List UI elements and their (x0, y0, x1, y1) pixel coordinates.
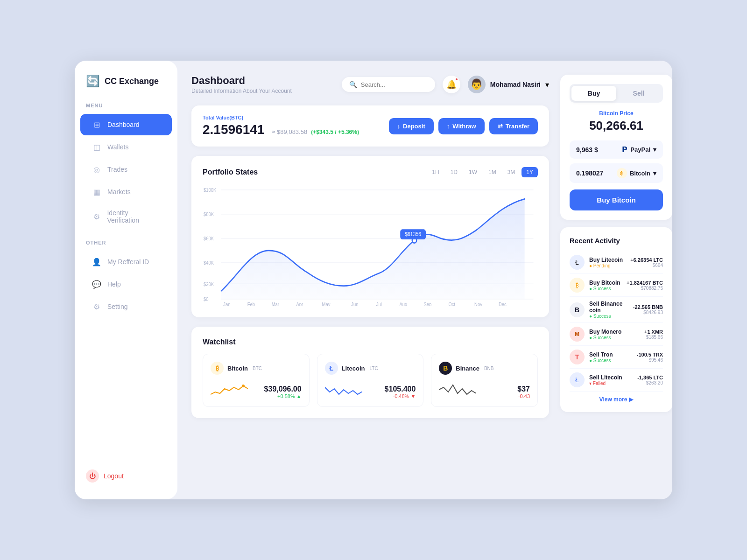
activity-icon-3: M (570, 327, 585, 342)
activity-status-4: ● Success (589, 358, 632, 363)
btc-name: Bitcoin (227, 365, 248, 372)
activity-crypto-5: -1,365 LTC (637, 375, 663, 380)
time-btn-3m[interactable]: 3M (503, 167, 520, 177)
portfolio-chart: $100K $80K $60K $40K $20K $0 (203, 185, 538, 306)
deposit-button[interactable]: ↓ Deposit (389, 118, 434, 134)
deposit-icon: ↓ (397, 123, 401, 130)
bnb-icon: B (439, 362, 452, 375)
sidebar-item-identity[interactable]: ⚙ Identity Verification (80, 203, 172, 230)
activity-crypto-3: +1 XMR (644, 329, 663, 335)
time-btn-1d[interactable]: 1D (446, 167, 462, 177)
logo-area: 🔄 CC Exchange (75, 75, 177, 99)
ltc-ticker: LTC (370, 366, 378, 371)
sidebar-item-referral[interactable]: 👤 My Refferal ID (80, 251, 172, 273)
sidebar-item-setting[interactable]: ⚙ Setting (80, 296, 172, 317)
bnb-ticker: BNB (484, 366, 494, 371)
ltc-sparkline (325, 380, 362, 399)
activity-icon-1: ₿ (570, 278, 585, 293)
time-filters: 1H 1D 1W 1M 3M 1Y (427, 167, 538, 177)
search-input[interactable] (361, 81, 428, 88)
activity-name-3: Buy Monero (589, 329, 640, 335)
user-info[interactable]: 👨 Mohamad Nasiri ▾ (468, 76, 549, 93)
sidebar-item-trades[interactable]: ◎ Trades (80, 159, 172, 180)
activity-info-4: Sell Tron ● Success (589, 351, 632, 363)
main-content: Dashboard Detailed Information About You… (177, 61, 560, 499)
chart-header: Portfolio States 1H 1D 1W 1M 3M 1Y (203, 167, 538, 177)
withdraw-button[interactable]: ↑ Withraw (438, 118, 485, 134)
activity-title: Recent Activity (570, 237, 663, 245)
logout-button[interactable]: ⏻ Logout (86, 469, 166, 483)
buy-tab[interactable]: Buy (571, 86, 616, 101)
balance-value: 2.1596141 (203, 122, 264, 137)
notification-button[interactable]: 🔔 (443, 76, 460, 93)
activity-info-1: Buy Bitcoin ● Success (589, 280, 622, 291)
other-nav: 👤 My Refferal ID 💬 Help ⚙ Setting (75, 250, 177, 318)
usd-input-group[interactable]: 9,963 $ 𝗣 PayPal ▾ (570, 140, 663, 159)
activity-usd-5: $263.20 (637, 380, 663, 385)
usd-currency-label: PayPal (630, 146, 650, 153)
activity-name-4: Sell Tron (589, 351, 632, 358)
usd-currency: 𝗣 PayPal ▾ (622, 145, 656, 154)
activity-item-4: T Sell Tron ● Success -100.5 TRX $95.46 (570, 346, 663, 369)
watchlist-item-btc[interactable]: ₿ Bitcoin BTC $39,096.00 +0.58% ▲ (203, 354, 310, 407)
bnb-price: $37 (517, 385, 530, 393)
btc-price-value: 50,266.61 (570, 119, 663, 133)
svg-text:$60K: $60K (204, 236, 214, 242)
activity-icon-5: Ł (570, 372, 585, 387)
activity-item-3: M Buy Monero ● Success +1 XMR $185.66 (570, 323, 663, 346)
user-name: Mohamad Nasiri (490, 81, 541, 88)
activity-amounts-3: +1 XMR $185.66 (644, 329, 663, 340)
sidebar-item-markets[interactable]: ▦ Markets (80, 181, 172, 203)
withdraw-label: Withraw (452, 123, 476, 130)
sidebar-item-label-trades: Trades (107, 166, 127, 173)
svg-text:$0: $0 (204, 297, 209, 302)
btc-price-label: Bitcoin Price (570, 110, 663, 117)
activity-amounts-4: -100.5 TRX $95.46 (637, 352, 663, 363)
activity-item-1: ₿ Buy Bitcoin ● Success +1.824167 BTC $7… (570, 274, 663, 297)
activity-icon-0: Ł (570, 255, 585, 270)
activity-info-5: Sell Litecoin ▾ Failed (589, 374, 633, 386)
btc-sparkline (211, 380, 248, 399)
btc-icon: ₿ (211, 362, 224, 375)
btc-input-group[interactable]: 0.198027 ₿ Bitcoin ▾ (570, 163, 663, 183)
notification-dot (455, 77, 458, 81)
sidebar-item-help[interactable]: 💬 Help (80, 273, 172, 295)
watchlist-item-bnb[interactable]: B Binance BNB $37 -0.43 (431, 354, 538, 407)
btc-input-value: 0.198027 (576, 169, 603, 177)
other-section-label: OTHER (75, 240, 177, 250)
wl-header-bnb: B Binance BNB (439, 362, 530, 375)
time-btn-1w[interactable]: 1W (464, 167, 482, 177)
ltc-icon: Ł (325, 362, 338, 375)
activity-status-0: ● Pending (589, 263, 626, 268)
ltc-change: -0.48% ▼ (385, 393, 416, 399)
time-btn-1m[interactable]: 1M (484, 167, 501, 177)
activity-name-0: Buy Litecoin (589, 257, 626, 263)
action-buttons: ↓ Deposit ↑ Withraw ⇄ Transfer (389, 118, 538, 134)
buy-bitcoin-button[interactable]: Buy Bitcoin (570, 189, 663, 210)
activity-usd-0: $664 (630, 263, 663, 268)
logout-icon: ⏻ (86, 469, 99, 483)
activity-crypto-1: +1.824167 BTC (627, 280, 663, 286)
balance-usd: ≈ $89,083.58 (272, 128, 307, 135)
watchlist-item-ltc[interactable]: Ł Litecoin LTC $105.400 -0.48% ▼ (317, 354, 424, 407)
activity-status-1: ● Success (589, 286, 622, 291)
svg-text:Dec: Dec (499, 301, 507, 306)
time-btn-1h[interactable]: 1H (427, 167, 444, 177)
sell-tab[interactable]: Sell (616, 86, 661, 101)
activity-usd-1: $70882.75 (627, 286, 663, 291)
wl-body-btc: $39,096.00 +0.58% ▲ (211, 380, 302, 399)
page-title: Dashboard (191, 75, 292, 87)
page-subtitle: Detailed Information About Your Account (191, 88, 292, 94)
logo-text: CC Exchange (105, 77, 159, 86)
dashboard-icon: ⊞ (92, 119, 102, 130)
view-more-button[interactable]: View more ▶ (570, 396, 663, 403)
usd-chevron-icon: ▾ (653, 146, 656, 153)
time-btn-1y[interactable]: 1Y (521, 167, 538, 177)
watchlist-items: ₿ Bitcoin BTC $39,096.00 +0.58% ▲ (203, 354, 538, 407)
sidebar-item-dashboard[interactable]: ⊞ Dashboard (80, 114, 172, 135)
activity-usd-4: $95.46 (637, 357, 663, 363)
sidebar-item-wallets[interactable]: ◫ Wallets (80, 136, 172, 158)
activity-amounts-5: -1,365 LTC $263.20 (637, 375, 663, 385)
transfer-button[interactable]: ⇄ Transfer (489, 118, 538, 134)
bnb-change: -0.43 (517, 393, 530, 399)
